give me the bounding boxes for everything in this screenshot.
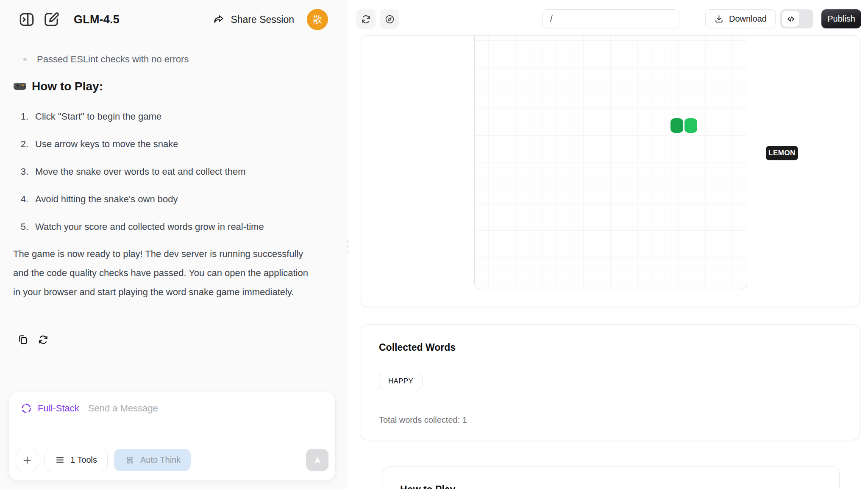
step-text: Move the snake over words to eat and col… [35, 167, 245, 176]
app-window: GLM-4.5 Share Session 散 Passed ESLint ch… [0, 0, 868, 489]
chat-panel: GLM-4.5 Share Session 散 Passed ESLint ch… [0, 0, 348, 489]
avatar[interactable]: 散 [307, 9, 328, 30]
download-button[interactable]: Download [705, 9, 776, 28]
message-actions [17, 334, 49, 345]
preview-panel: Download Publish LEMON Collected Words [348, 0, 868, 489]
tools-button[interactable]: 1 Tools [45, 449, 108, 471]
how-to-play-card-title: How to Play [400, 484, 455, 489]
regenerate-button[interactable] [38, 334, 49, 345]
bullet-dot [23, 58, 27, 61]
step-number: 2. [13, 140, 28, 149]
step-number: 1. [13, 112, 28, 121]
message-input-placeholder[interactable]: Send a Message [88, 403, 158, 414]
preview-navigate-button[interactable] [380, 9, 399, 29]
how-to-play-card: How to Play [383, 467, 840, 489]
share-icon [213, 14, 225, 25]
gamepad-icon [13, 81, 27, 92]
list-item: 4. Avoid hitting the snake's own body [13, 195, 264, 204]
code-icon [786, 14, 796, 24]
list-item: 1. Click "Start" to begin the game [13, 112, 264, 121]
composer-toolbar: 1 Tools Auto Think [16, 449, 328, 471]
collected-total-text: Total words collected: 1 [379, 415, 467, 425]
compass-icon [384, 14, 395, 25]
collected-words-title: Collected Words [379, 342, 456, 353]
snake-head [670, 118, 683, 133]
copy-icon [17, 334, 28, 345]
snake-body [684, 118, 697, 133]
auto-think-icon [124, 455, 135, 466]
download-icon [714, 14, 724, 24]
download-label: Download [729, 14, 767, 24]
refresh-icon [361, 14, 371, 25]
app-preview-card: LEMON [361, 35, 860, 307]
full-stack-mode-icon [20, 402, 32, 414]
step-number: 5. [13, 222, 28, 232]
publish-button[interactable]: Publish [821, 9, 861, 28]
auto-think-label: Auto Think [140, 455, 181, 465]
step-text: Watch your score and collected words gro… [35, 222, 264, 232]
url-input[interactable] [542, 9, 679, 28]
share-session-label: Share Session [231, 14, 294, 25]
panel-toggle-icon [18, 11, 35, 28]
list-item: 3. Move the snake over words to eat and … [13, 167, 264, 176]
chat-header: GLM-4.5 Share Session 散 [0, 0, 348, 39]
send-arrow-icon [312, 455, 323, 466]
menu-lines-icon [55, 455, 65, 465]
model-title: GLM-4.5 [74, 13, 120, 26]
status-text: Passed ESLint checks with no errors [37, 53, 189, 65]
step-number: 4. [13, 195, 28, 204]
game-board: LEMON [474, 35, 747, 290]
step-text: Avoid hitting the snake's own body [35, 195, 178, 204]
compose-icon [43, 11, 60, 28]
list-item: 5. Watch your score and collected words … [13, 222, 264, 232]
regenerate-icon [38, 334, 49, 345]
auto-think-button[interactable]: Auto Think [114, 449, 191, 471]
divider [379, 402, 842, 402]
share-session-button[interactable]: Share Session [213, 14, 294, 25]
sidebar-toggle-button[interactable] [18, 11, 35, 28]
assistant-closing-paragraph: The game is now ready to play! The dev s… [13, 244, 312, 302]
plus-icon [22, 455, 32, 465]
step-number: 3. [13, 167, 28, 176]
copy-message-button[interactable] [17, 334, 28, 345]
collected-words-card: Collected Words HAPPY Total words collec… [361, 324, 860, 440]
new-chat-button[interactable] [43, 11, 60, 28]
step-text: Use arrow keys to move the snake [35, 140, 178, 149]
tools-label: 1 Tools [70, 455, 97, 465]
how-to-play-heading: How to Play: [13, 80, 103, 93]
send-button[interactable] [306, 449, 328, 471]
instruction-list: 1. Click "Start" to begin the game 2. Us… [13, 112, 264, 250]
status-list-item: Passed ESLint checks with no errors [13, 53, 189, 65]
list-item: 2. Use arrow keys to move the snake [13, 140, 264, 149]
how-to-play-title: How to Play: [32, 80, 103, 93]
composer-input-row[interactable]: Full-Stack Send a Message [20, 402, 158, 414]
attach-button[interactable] [16, 449, 38, 471]
collected-word-chip: HAPPY [379, 373, 423, 389]
composer-card: Full-Stack Send a Message 1 Tools [8, 391, 336, 481]
code-view-toggle[interactable] [780, 9, 813, 28]
food-word-badge: LEMON [766, 146, 798, 160]
step-text: Click "Start" to begin the game [35, 112, 161, 121]
preview-refresh-button[interactable] [356, 9, 376, 29]
mode-label[interactable]: Full-Stack [38, 403, 79, 414]
